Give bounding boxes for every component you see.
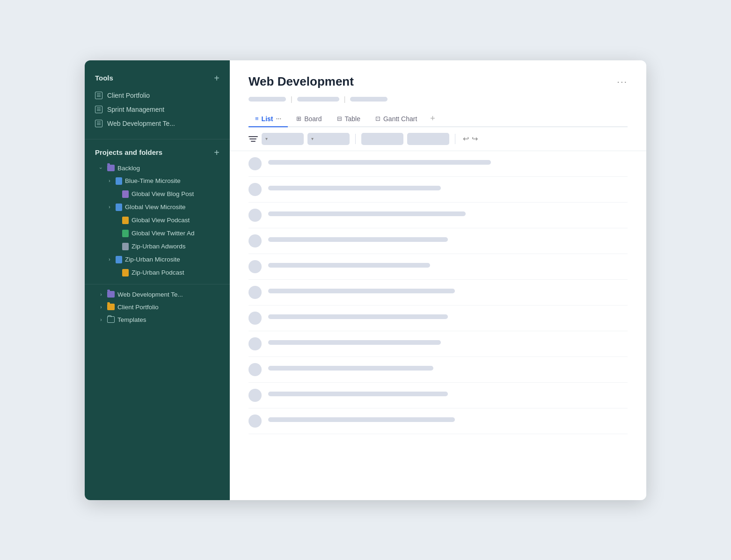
list-row[interactable]	[249, 383, 628, 408]
tree-item-label: Client Portfolio	[117, 304, 159, 311]
tools-label: Tools	[95, 74, 113, 82]
row-bar	[268, 211, 466, 216]
chevron-icon	[106, 256, 113, 263]
table-icon: ⊟	[337, 115, 342, 122]
breadcrumb: | |	[249, 95, 628, 103]
tab-table[interactable]: ⊟ Table	[330, 111, 367, 127]
list-row[interactable]	[249, 280, 628, 305]
sidebar-item-blue-time-microsite[interactable]: Blue-Time Microsite	[85, 175, 230, 188]
tree-item-label: Global View Blog Post	[132, 190, 194, 197]
avatar	[249, 157, 262, 170]
list-icon: ≡	[255, 115, 259, 122]
row-bar	[268, 289, 455, 293]
sidebar-item-global-view-twitter-ad[interactable]: Global View Twitter Ad	[85, 227, 230, 240]
tab-list[interactable]: ≡ List ···	[249, 111, 288, 127]
sort-pill[interactable]	[361, 133, 403, 145]
chevron-icon	[98, 316, 104, 323]
layout-icon	[95, 120, 102, 127]
gantt-icon: ⊡	[375, 115, 380, 122]
row-content	[268, 237, 628, 244]
undo-button[interactable]: ↩	[463, 134, 469, 143]
tab-board-label: Board	[304, 115, 322, 123]
sidebar-item-zip-urban-microsite[interactable]: Zip-Urban Microsite	[85, 253, 230, 266]
projects-section: Projects and folders + Backlog Blue-Time…	[85, 148, 230, 491]
tree-item-label: Zip-Urban Podcast	[132, 269, 184, 276]
list-content	[230, 151, 646, 500]
tree-item-label: Web Development Te...	[117, 291, 183, 298]
tree-item-label: Zip-Urban Microsite	[125, 256, 180, 263]
tab-more-icon[interactable]: ···	[276, 115, 281, 123]
folder-icon	[107, 165, 115, 171]
list-row[interactable]	[249, 331, 628, 357]
more-options-button[interactable]: ···	[617, 76, 628, 87]
breadcrumb-item[interactable]	[297, 97, 339, 102]
row-content	[268, 263, 628, 270]
list-row[interactable]	[249, 357, 628, 383]
row-content	[268, 186, 628, 193]
row-content	[268, 340, 628, 347]
doc-icon	[122, 217, 129, 224]
breadcrumb-item[interactable]	[350, 97, 387, 102]
tree-bottom: Web Development Te... Client Portfolio T…	[85, 284, 230, 326]
redo-button[interactable]: ↪	[472, 134, 478, 143]
row-bar	[268, 417, 455, 422]
tree-item-label: Zip-Urban Adwords	[132, 243, 186, 250]
tab-gantt[interactable]: ⊡ Gantt Chart	[369, 111, 424, 127]
sidebar-item-global-view-blog-post[interactable]: Global View Blog Post	[85, 188, 230, 201]
tree-item-label: Global View Twitter Ad	[132, 230, 195, 237]
breadcrumb-item[interactable]	[249, 97, 286, 102]
row-bar	[268, 263, 430, 268]
sidebar-item-client-portfolio[interactable]: Client Portfolio	[85, 88, 230, 102]
sidebar-item-global-view-podcast[interactable]: Global View Podcast	[85, 214, 230, 227]
tab-board[interactable]: ⊞ Board	[290, 111, 328, 127]
sidebar-item-web-development-te2[interactable]: Web Development Te...	[85, 288, 230, 301]
list-row[interactable]	[249, 228, 628, 254]
row-bar	[268, 366, 433, 371]
avatar	[249, 209, 262, 222]
folder-icon	[107, 304, 115, 310]
row-bar	[268, 237, 448, 242]
list-row[interactable]	[249, 203, 628, 228]
tool-item-label: Client Portfolio	[107, 92, 150, 99]
avatar	[249, 312, 262, 325]
list-row[interactable]	[249, 254, 628, 280]
undo-redo-group: ↩ ↪	[463, 134, 478, 143]
sidebar-item-zip-urban-adwords[interactable]: Zip-Urban Adwords	[85, 240, 230, 253]
row-content	[268, 417, 628, 424]
sidebar-item-global-view-microsite[interactable]: Global View Microsite	[85, 201, 230, 214]
main-title-row: Web Development ···	[249, 74, 628, 89]
chevron-icon	[106, 178, 113, 184]
breadcrumb-separator: |	[344, 95, 346, 103]
doc-icon	[116, 177, 122, 185]
sidebar-item-zip-urban-podcast[interactable]: Zip-Urban Podcast	[85, 266, 230, 279]
chevron-icon	[106, 204, 113, 211]
avatar	[249, 260, 262, 273]
group-pill[interactable]	[407, 133, 449, 145]
folder-icon	[107, 291, 115, 298]
list-row[interactable]	[249, 408, 628, 434]
list-row[interactable]	[249, 305, 628, 331]
tools-add-button[interactable]: +	[214, 73, 219, 83]
sidebar-item-client-portfolio2[interactable]: Client Portfolio	[85, 301, 230, 313]
filter-dropdown-2[interactable]	[307, 133, 350, 145]
list-row[interactable]	[249, 151, 628, 177]
row-bar	[268, 186, 441, 190]
avatar	[249, 337, 262, 350]
projects-add-button[interactable]: +	[214, 148, 219, 157]
add-tab-button[interactable]: +	[425, 112, 440, 125]
folder-icon	[107, 316, 115, 323]
row-bar	[268, 392, 448, 396]
row-content	[268, 160, 628, 167]
sidebar-item-backlog[interactable]: Backlog	[85, 162, 230, 175]
row-bar	[268, 314, 448, 319]
tabs-bar: ≡ List ··· ⊞ Board ⊟ Table ⊡ Gantt Chart…	[249, 111, 628, 127]
tab-list-label: List	[262, 115, 273, 123]
sidebar-item-sprint-management[interactable]: Sprint Management	[85, 102, 230, 116]
sidebar-item-templates[interactable]: Templates	[85, 313, 230, 326]
filter-icon	[249, 135, 258, 143]
list-row[interactable]	[249, 177, 628, 203]
layout-icon	[95, 106, 102, 113]
sidebar-item-web-development-te[interactable]: Web Development Te...	[85, 116, 230, 131]
filter-dropdown-1[interactable]	[262, 133, 304, 145]
doc-icon	[122, 190, 129, 198]
